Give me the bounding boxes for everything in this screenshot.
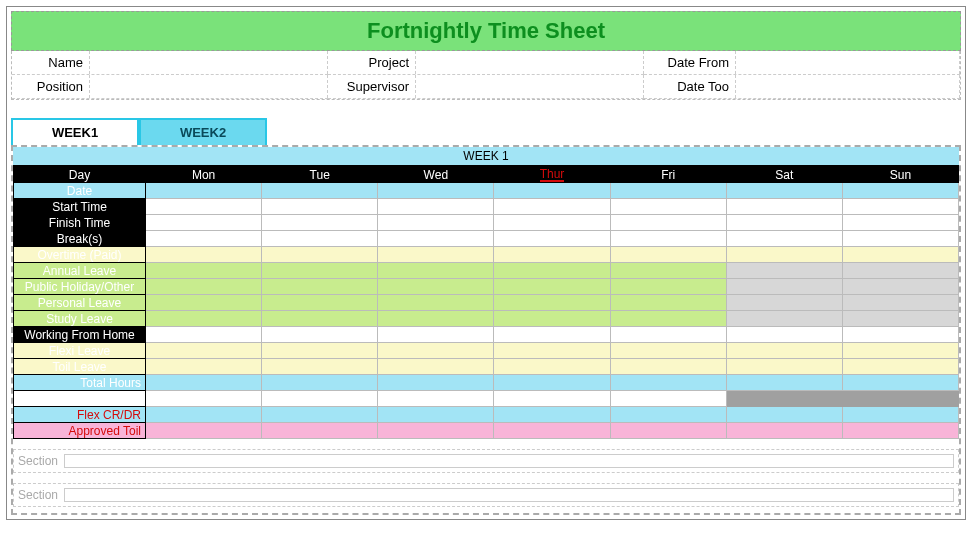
cell[interactable]: [726, 295, 842, 311]
cell[interactable]: [146, 327, 262, 343]
cell[interactable]: [262, 327, 378, 343]
cell[interactable]: [262, 231, 378, 247]
cell[interactable]: [146, 279, 262, 295]
cell[interactable]: [262, 247, 378, 263]
cell[interactable]: [842, 343, 958, 359]
cell[interactable]: [610, 311, 726, 327]
label-breaks: Break(s): [14, 231, 146, 247]
cell[interactable]: [262, 263, 378, 279]
cell[interactable]: [146, 359, 262, 375]
cell[interactable]: [494, 183, 610, 199]
cell[interactable]: [378, 215, 494, 231]
cell: [378, 407, 494, 423]
position-field[interactable]: [90, 75, 328, 98]
cell[interactable]: [146, 295, 262, 311]
cell[interactable]: [494, 359, 610, 375]
cell[interactable]: [726, 263, 842, 279]
date-from-label: Date From: [644, 51, 736, 74]
label-date: Date: [14, 183, 146, 199]
cell[interactable]: [726, 247, 842, 263]
cell[interactable]: [726, 183, 842, 199]
cell[interactable]: [842, 183, 958, 199]
cell[interactable]: [378, 359, 494, 375]
cell[interactable]: [610, 343, 726, 359]
cell[interactable]: [146, 343, 262, 359]
cell[interactable]: [494, 327, 610, 343]
cell[interactable]: [842, 359, 958, 375]
cell[interactable]: [146, 199, 262, 215]
cell[interactable]: [610, 295, 726, 311]
date-too-field[interactable]: [736, 75, 960, 98]
cell[interactable]: [842, 199, 958, 215]
cell[interactable]: [610, 231, 726, 247]
cell[interactable]: [494, 263, 610, 279]
cell[interactable]: [378, 199, 494, 215]
cell[interactable]: [494, 231, 610, 247]
cell[interactable]: [842, 279, 958, 295]
cell[interactable]: [726, 359, 842, 375]
cell[interactable]: [610, 327, 726, 343]
cell[interactable]: [262, 359, 378, 375]
cell[interactable]: [378, 247, 494, 263]
supervisor-field[interactable]: [416, 75, 644, 98]
cell[interactable]: [610, 247, 726, 263]
cell[interactable]: [842, 311, 958, 327]
date-from-field[interactable]: [736, 51, 960, 74]
cell[interactable]: [378, 295, 494, 311]
cell[interactable]: [378, 263, 494, 279]
cell[interactable]: [610, 359, 726, 375]
cell[interactable]: [842, 247, 958, 263]
cell[interactable]: [842, 263, 958, 279]
cell[interactable]: [610, 183, 726, 199]
cell[interactable]: [610, 215, 726, 231]
cell[interactable]: [610, 199, 726, 215]
cell[interactable]: [378, 311, 494, 327]
cell[interactable]: [494, 343, 610, 359]
cell[interactable]: [726, 231, 842, 247]
cell[interactable]: [378, 279, 494, 295]
cell[interactable]: [726, 215, 842, 231]
cell[interactable]: [726, 327, 842, 343]
section-field-1[interactable]: [64, 454, 954, 468]
cell[interactable]: [842, 327, 958, 343]
cell[interactable]: [146, 183, 262, 199]
cell[interactable]: [262, 295, 378, 311]
cell[interactable]: [494, 279, 610, 295]
project-field[interactable]: [416, 51, 644, 74]
cell[interactable]: [842, 215, 958, 231]
cell: [262, 391, 378, 407]
cell[interactable]: [494, 215, 610, 231]
cell[interactable]: [494, 247, 610, 263]
cell[interactable]: [842, 231, 958, 247]
cell[interactable]: [378, 183, 494, 199]
cell[interactable]: [610, 279, 726, 295]
cell[interactable]: [146, 247, 262, 263]
cell[interactable]: [494, 199, 610, 215]
cell[interactable]: [146, 215, 262, 231]
cell[interactable]: [262, 279, 378, 295]
cell[interactable]: [262, 183, 378, 199]
tab-week1[interactable]: WEEK1: [11, 118, 139, 145]
cell[interactable]: [378, 231, 494, 247]
cell[interactable]: [146, 231, 262, 247]
cell[interactable]: [726, 311, 842, 327]
cell[interactable]: [726, 199, 842, 215]
cell[interactable]: [494, 295, 610, 311]
cell[interactable]: [842, 295, 958, 311]
cell[interactable]: [494, 311, 610, 327]
cell[interactable]: [378, 327, 494, 343]
cell[interactable]: [262, 215, 378, 231]
name-field[interactable]: [90, 51, 328, 74]
cell[interactable]: [146, 263, 262, 279]
tab-week2[interactable]: WEEK2: [139, 118, 267, 145]
cell[interactable]: [610, 263, 726, 279]
section-field-2[interactable]: [64, 488, 954, 502]
cell[interactable]: [262, 343, 378, 359]
cell[interactable]: [262, 311, 378, 327]
cell[interactable]: [726, 343, 842, 359]
cell[interactable]: [378, 343, 494, 359]
cell[interactable]: [146, 311, 262, 327]
cell[interactable]: [262, 199, 378, 215]
cell[interactable]: [726, 279, 842, 295]
hdr-wed: Wed: [378, 167, 494, 183]
